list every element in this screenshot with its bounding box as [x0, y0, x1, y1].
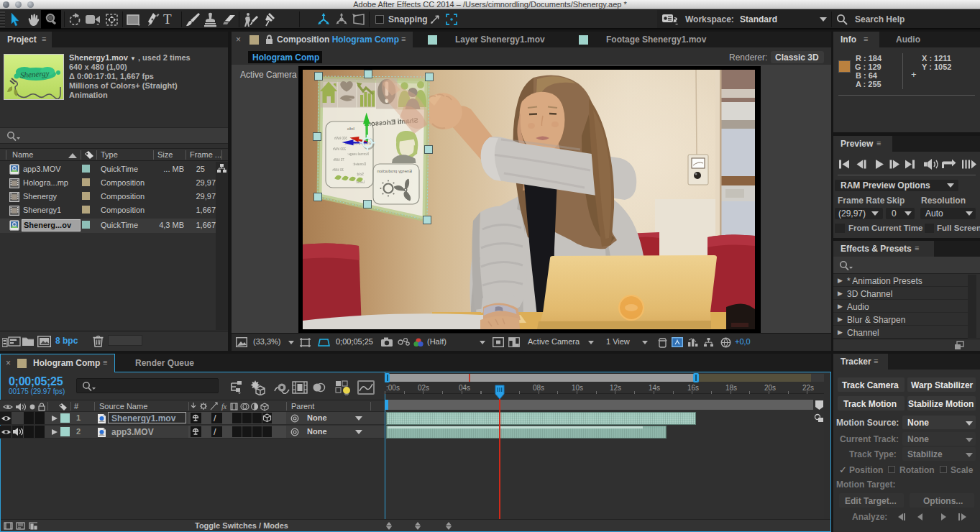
svg-text:Normal usage:: Normal usage:	[347, 152, 369, 156]
svg-text:Sold:: Sold:	[357, 173, 364, 176]
svg-text:fx: fx	[221, 403, 227, 411]
svg-text:Energy production: Energy production	[377, 169, 412, 173]
svg-text:200 kWh: 200 kWh	[332, 147, 346, 151]
svg-text:30 kWh: 30 kWh	[332, 168, 344, 172]
svg-text:Info: Info	[347, 127, 354, 131]
svg-text:Donated:: Donated:	[352, 162, 366, 166]
svg-text:75 kWh: 75 kWh	[333, 158, 344, 162]
svg-text:300 kWh: 300 kWh	[334, 137, 347, 140]
